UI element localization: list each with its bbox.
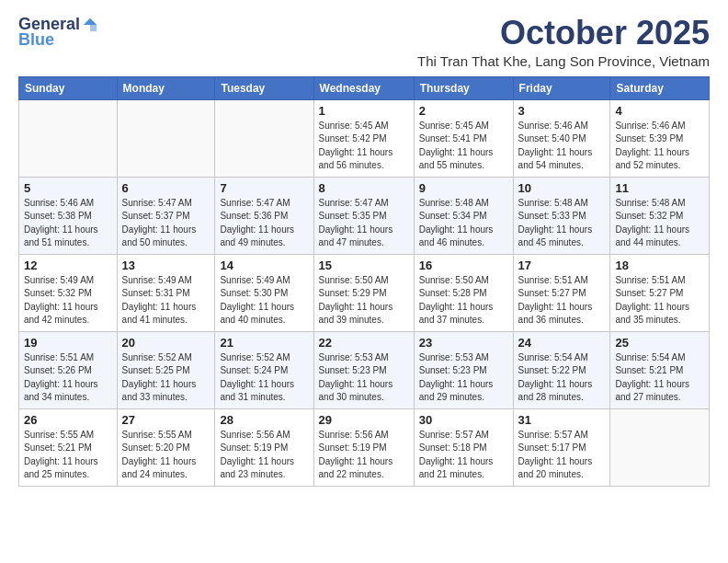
- calendar-cell: 15Sunrise: 5:50 AM Sunset: 5:29 PM Dayli…: [313, 254, 414, 331]
- day-info: Sunrise: 5:57 AM Sunset: 5:18 PM Dayligh…: [419, 429, 508, 482]
- day-info: Sunrise: 5:47 AM Sunset: 5:37 PM Dayligh…: [122, 197, 210, 250]
- day-number: 28: [220, 413, 308, 427]
- month-title: October 2025: [417, 15, 710, 52]
- day-number: 2: [419, 104, 508, 118]
- weekday-header-friday: Friday: [513, 76, 610, 99]
- weekday-header-saturday: Saturday: [610, 76, 710, 99]
- calendar-week-row: 12Sunrise: 5:49 AM Sunset: 5:32 PM Dayli…: [19, 254, 710, 331]
- day-number: 11: [615, 181, 704, 195]
- title-block: October 2025 Thi Tran That Khe, Lang Son…: [417, 15, 710, 69]
- calendar-cell: 11Sunrise: 5:48 AM Sunset: 5:32 PM Dayli…: [610, 177, 710, 254]
- calendar-cell: 21Sunrise: 5:52 AM Sunset: 5:24 PM Dayli…: [215, 331, 313, 408]
- day-number: 5: [24, 181, 112, 195]
- calendar-cell: 23Sunrise: 5:53 AM Sunset: 5:23 PM Dayli…: [414, 331, 513, 408]
- day-number: 3: [518, 104, 606, 118]
- weekday-header-thursday: Thursday: [414, 76, 513, 99]
- day-info: Sunrise: 5:47 AM Sunset: 5:35 PM Dayligh…: [319, 197, 409, 250]
- day-number: 31: [518, 413, 606, 427]
- day-info: Sunrise: 5:53 AM Sunset: 5:23 PM Dayligh…: [419, 351, 508, 405]
- calendar-week-row: 19Sunrise: 5:51 AM Sunset: 5:26 PM Dayli…: [19, 331, 710, 408]
- day-number: 4: [615, 104, 704, 118]
- calendar-cell: 20Sunrise: 5:52 AM Sunset: 5:25 PM Dayli…: [117, 331, 215, 408]
- day-number: 29: [319, 413, 409, 427]
- day-info: Sunrise: 5:47 AM Sunset: 5:36 PM Dayligh…: [220, 197, 308, 250]
- day-info: Sunrise: 5:45 AM Sunset: 5:41 PM Dayligh…: [419, 120, 508, 173]
- day-number: 27: [122, 413, 210, 427]
- day-info: Sunrise: 5:50 AM Sunset: 5:28 PM Dayligh…: [419, 274, 508, 327]
- calendar-cell: [117, 99, 215, 177]
- day-number: 18: [615, 259, 704, 272]
- calendar-cell: 13Sunrise: 5:49 AM Sunset: 5:31 PM Dayli…: [117, 254, 215, 331]
- day-info: Sunrise: 5:53 AM Sunset: 5:23 PM Dayligh…: [319, 351, 409, 405]
- day-info: Sunrise: 5:56 AM Sunset: 5:19 PM Dayligh…: [220, 429, 308, 482]
- day-number: 7: [220, 181, 308, 195]
- day-info: Sunrise: 5:49 AM Sunset: 5:31 PM Dayligh…: [122, 274, 210, 327]
- calendar-cell: 25Sunrise: 5:54 AM Sunset: 5:21 PM Dayli…: [610, 331, 710, 408]
- day-number: 25: [615, 336, 704, 350]
- day-number: 17: [518, 259, 606, 272]
- day-number: 19: [24, 336, 112, 350]
- day-info: Sunrise: 5:55 AM Sunset: 5:21 PM Dayligh…: [24, 429, 112, 482]
- calendar-cell: 22Sunrise: 5:53 AM Sunset: 5:23 PM Dayli…: [313, 331, 414, 408]
- calendar-cell: 18Sunrise: 5:51 AM Sunset: 5:27 PM Dayli…: [610, 254, 710, 331]
- day-info: Sunrise: 5:49 AM Sunset: 5:32 PM Dayligh…: [24, 274, 112, 327]
- day-number: 6: [122, 181, 210, 195]
- calendar-cell: 19Sunrise: 5:51 AM Sunset: 5:26 PM Dayli…: [19, 331, 118, 408]
- calendar-cell: 12Sunrise: 5:49 AM Sunset: 5:32 PM Dayli…: [19, 254, 118, 331]
- day-info: Sunrise: 5:51 AM Sunset: 5:26 PM Dayligh…: [24, 351, 112, 405]
- calendar-cell: 24Sunrise: 5:54 AM Sunset: 5:22 PM Dayli…: [513, 331, 610, 408]
- day-number: 22: [319, 336, 409, 350]
- day-info: Sunrise: 5:50 AM Sunset: 5:29 PM Dayligh…: [319, 274, 409, 327]
- calendar-week-row: 5Sunrise: 5:46 AM Sunset: 5:38 PM Daylig…: [19, 177, 710, 254]
- day-info: Sunrise: 5:48 AM Sunset: 5:34 PM Dayligh…: [419, 197, 508, 250]
- calendar-cell: 10Sunrise: 5:48 AM Sunset: 5:33 PM Dayli…: [513, 177, 610, 254]
- calendar-cell: 2Sunrise: 5:45 AM Sunset: 5:41 PM Daylig…: [414, 99, 513, 177]
- day-number: 8: [319, 181, 409, 195]
- day-number: 20: [122, 336, 210, 350]
- day-number: 24: [518, 336, 606, 350]
- calendar-cell: 1Sunrise: 5:45 AM Sunset: 5:42 PM Daylig…: [313, 99, 414, 177]
- day-info: Sunrise: 5:55 AM Sunset: 5:20 PM Dayligh…: [122, 429, 210, 482]
- calendar-cell: 4Sunrise: 5:46 AM Sunset: 5:39 PM Daylig…: [610, 99, 710, 177]
- calendar-cell: 27Sunrise: 5:55 AM Sunset: 5:20 PM Dayli…: [117, 408, 215, 486]
- logo-blue-text: Blue: [18, 30, 54, 50]
- calendar-cell: [610, 408, 710, 486]
- day-info: Sunrise: 5:51 AM Sunset: 5:27 PM Dayligh…: [518, 274, 606, 327]
- day-info: Sunrise: 5:46 AM Sunset: 5:40 PM Dayligh…: [518, 120, 606, 173]
- day-info: Sunrise: 5:52 AM Sunset: 5:25 PM Dayligh…: [122, 351, 210, 405]
- day-info: Sunrise: 5:54 AM Sunset: 5:22 PM Dayligh…: [518, 351, 606, 405]
- day-info: Sunrise: 5:49 AM Sunset: 5:30 PM Dayligh…: [220, 274, 308, 327]
- day-number: 16: [419, 259, 508, 272]
- calendar-table: SundayMondayTuesdayWednesdayThursdayFrid…: [18, 76, 710, 487]
- calendar-cell: [19, 99, 118, 177]
- calendar-cell: 30Sunrise: 5:57 AM Sunset: 5:18 PM Dayli…: [414, 408, 513, 486]
- svg-marker-0: [84, 17, 97, 24]
- day-number: 10: [518, 181, 606, 195]
- calendar-cell: 9Sunrise: 5:48 AM Sunset: 5:34 PM Daylig…: [414, 177, 513, 254]
- day-number: 12: [24, 259, 112, 272]
- calendar-cell: 14Sunrise: 5:49 AM Sunset: 5:30 PM Dayli…: [215, 254, 313, 331]
- weekday-header-monday: Monday: [117, 76, 215, 99]
- day-info: Sunrise: 5:46 AM Sunset: 5:38 PM Dayligh…: [24, 197, 112, 250]
- calendar-cell: 5Sunrise: 5:46 AM Sunset: 5:38 PM Daylig…: [19, 177, 118, 254]
- day-info: Sunrise: 5:54 AM Sunset: 5:21 PM Dayligh…: [615, 351, 704, 405]
- calendar-cell: 31Sunrise: 5:57 AM Sunset: 5:17 PM Dayli…: [513, 408, 610, 486]
- day-number: 23: [419, 336, 508, 350]
- calendar-week-row: 26Sunrise: 5:55 AM Sunset: 5:21 PM Dayli…: [19, 408, 710, 486]
- calendar-cell: 28Sunrise: 5:56 AM Sunset: 5:19 PM Dayli…: [215, 408, 313, 486]
- calendar-cell: 16Sunrise: 5:50 AM Sunset: 5:28 PM Dayli…: [414, 254, 513, 331]
- logo-icon: [82, 17, 98, 33]
- day-number: 14: [220, 259, 308, 272]
- calendar-cell: 8Sunrise: 5:47 AM Sunset: 5:35 PM Daylig…: [313, 177, 414, 254]
- day-number: 9: [419, 181, 508, 195]
- day-info: Sunrise: 5:48 AM Sunset: 5:32 PM Dayligh…: [615, 197, 704, 250]
- day-number: 15: [319, 259, 409, 272]
- day-number: 30: [419, 413, 508, 427]
- calendar-page: General Blue October 2025 Thi Tran That …: [0, 0, 728, 501]
- calendar-cell: 29Sunrise: 5:56 AM Sunset: 5:19 PM Dayli…: [313, 408, 414, 486]
- calendar-cell: 26Sunrise: 5:55 AM Sunset: 5:21 PM Dayli…: [19, 408, 118, 486]
- weekday-header-sunday: Sunday: [19, 76, 118, 99]
- header: General Blue October 2025 Thi Tran That …: [18, 15, 710, 69]
- calendar-cell: [215, 99, 313, 177]
- calendar-cell: 7Sunrise: 5:47 AM Sunset: 5:36 PM Daylig…: [215, 177, 313, 254]
